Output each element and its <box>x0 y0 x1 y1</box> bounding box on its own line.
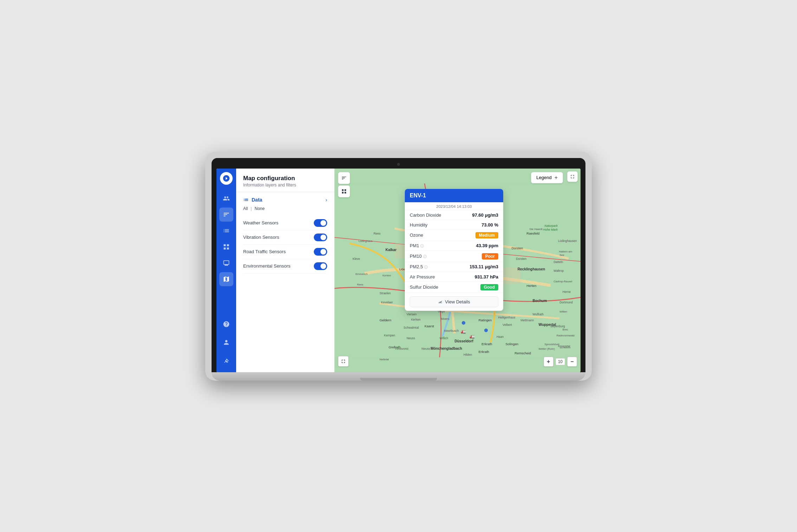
svg-text:Radevormwald: Radevormwald <box>557 334 575 337</box>
legend-button[interactable]: Legend + <box>531 172 563 183</box>
app-logo[interactable] <box>220 172 233 185</box>
svg-text:Rees: Rees <box>357 283 363 286</box>
svg-text:Kleve: Kleve <box>352 257 360 261</box>
nav-item-grid[interactable] <box>219 240 233 254</box>
fullscreen-icon <box>570 174 575 179</box>
popup-row-pm10: PM10 ⓘ Poor <box>405 251 503 262</box>
popup-row-pm1: PM1 ⓘ 43.39 ppm <box>405 241 503 251</box>
popup-row-pm25: PM2.5 ⓘ 153.11 μg/m3 <box>405 262 503 272</box>
svg-point-85 <box>462 321 465 324</box>
popup-timestamp: 2023/12/04 14:13:03 <box>405 202 503 210</box>
so2-badge: Good <box>480 284 498 290</box>
sidebar-subtitle: Information layers and filters <box>243 183 327 188</box>
map-expand-button[interactable] <box>338 356 349 367</box>
svg-text:Kerken: Kerken <box>411 318 421 321</box>
svg-text:Recklinghausen: Recklinghausen <box>518 267 545 271</box>
toggle-env[interactable] <box>314 262 327 270</box>
svg-text:Naturpark: Naturpark <box>545 224 558 228</box>
svg-text:Wetter (Ruhr): Wetter (Ruhr) <box>538 347 555 350</box>
filter-none[interactable]: None <box>254 206 265 211</box>
svg-text:Geldern: Geldern <box>380 318 391 322</box>
view-details-button[interactable]: View Details <box>410 296 498 307</box>
users-icon <box>223 195 230 202</box>
sensor-label-vibration: Vibration Sensors <box>243 235 279 240</box>
sensor-row-weather: Weather Sensors <box>243 216 327 230</box>
toggle-weather[interactable] <box>314 219 327 227</box>
svg-point-86 <box>484 328 488 332</box>
svg-text:Straelen: Straelen <box>380 291 391 295</box>
svg-text:Schwelm: Schwelm <box>559 346 570 349</box>
nav-item-monitor[interactable] <box>219 256 233 270</box>
expand-icon <box>341 359 346 364</box>
sensor-list: Weather Sensors Vibration Sensors Road T… <box>243 216 327 274</box>
nav-item-map[interactable] <box>219 272 233 286</box>
svg-text:Kevelaer: Kevelaer <box>381 300 393 304</box>
section-chevron[interactable]: › <box>325 197 327 203</box>
svg-text:Schwalmtal: Schwalmtal <box>403 326 419 329</box>
svg-text:Neuss: Neuss <box>422 347 430 350</box>
data-section-icon <box>243 197 249 203</box>
nav-item-collapse[interactable] <box>219 354 233 368</box>
pm10-badge: Poor <box>482 253 498 260</box>
svg-text:Herne: Herne <box>563 290 571 294</box>
svg-text:Ratingen: Ratingen <box>479 318 492 322</box>
svg-text:Herten: Herten <box>526 283 536 287</box>
svg-text:Mettmann: Mettmann <box>520 318 534 322</box>
popup-row-so2: Sulfur Dioxide Good <box>405 282 503 293</box>
monitor-icon <box>223 260 230 267</box>
map-filter-btn[interactable] <box>338 172 350 184</box>
zoom-out-button[interactable]: − <box>567 357 577 367</box>
filter-all[interactable]: All <box>243 206 248 211</box>
nav-item-help[interactable] <box>219 317 233 331</box>
nav-item-list[interactable] <box>219 224 233 238</box>
nav-bottom <box>219 316 233 369</box>
svg-text:Kerken: Kerken <box>383 274 391 277</box>
collapse-icon <box>223 357 230 364</box>
svg-text:See: See <box>559 254 564 257</box>
svg-text:Erkrath: Erkrath <box>479 349 489 353</box>
sensor-label-road: Road Traffic Sensors <box>243 249 286 254</box>
map-area[interactable]: A 57 A 40 A 524 Kalkar Udem Hamminkeln W… <box>335 169 581 372</box>
section-label: Data <box>243 197 262 203</box>
sensor-label-weather: Weather Sensors <box>243 220 278 225</box>
svg-text:Kalkar: Kalkar <box>385 248 396 251</box>
screen-bezel: Map configuration Information layers and… <box>212 158 585 372</box>
svg-text:Datteln: Datteln <box>553 260 563 263</box>
svg-text:Raesfeld: Raesfeld <box>526 231 539 235</box>
svg-text:Mönchengladbach: Mönchengladbach <box>430 347 462 350</box>
zoom-in-button[interactable]: + <box>544 357 553 367</box>
svg-text:Kaarst: Kaarst <box>425 324 434 328</box>
popup-footer: View Details <box>405 293 503 311</box>
map-icon <box>223 276 230 283</box>
svg-text:Dortmund: Dortmund <box>559 300 573 304</box>
popup-row-humidity: Humidity 73.00 % <box>405 220 503 230</box>
nav-item-users[interactable] <box>219 191 233 205</box>
help-icon <box>223 321 230 328</box>
svg-text:Waltrop: Waltrop <box>553 269 564 272</box>
svg-text:Castrop-Rauxel: Castrop-Rauxel <box>553 280 572 283</box>
sidebar-header: Map configuration Information layers and… <box>236 169 334 192</box>
filter-icon <box>341 175 347 181</box>
fullscreen-button[interactable] <box>567 171 578 182</box>
svg-text:Heiligenhaus: Heiligenhaus <box>498 315 515 319</box>
filter-links: All | None <box>243 206 327 211</box>
svg-text:Neuss: Neuss <box>407 336 415 340</box>
nav-item-user[interactable] <box>219 335 233 349</box>
app-container: Map configuration Information layers and… <box>216 169 581 372</box>
toggle-vibration[interactable] <box>314 234 327 241</box>
svg-text:Emmerich: Emmerich <box>356 272 368 275</box>
svg-text:Moers: Moers <box>441 317 449 320</box>
svg-text:Remscheid: Remscheid <box>514 351 531 355</box>
popup-header: ENV-1 <box>405 189 503 202</box>
svg-text:Dorsten: Dorsten <box>512 246 523 250</box>
nav-item-filters[interactable] <box>219 208 233 222</box>
user-icon <box>223 339 230 346</box>
svg-text:Rees: Rees <box>374 231 381 235</box>
svg-text:Hilden: Hilden <box>464 353 472 356</box>
svg-text:Witten: Witten <box>559 310 567 313</box>
popup-row-ozone: Ozone Medium <box>405 230 503 241</box>
map-grid-btn[interactable] <box>338 185 350 197</box>
list-icon <box>223 227 230 234</box>
svg-text:Solingen: Solingen <box>506 342 519 346</box>
toggle-road[interactable] <box>314 248 327 256</box>
